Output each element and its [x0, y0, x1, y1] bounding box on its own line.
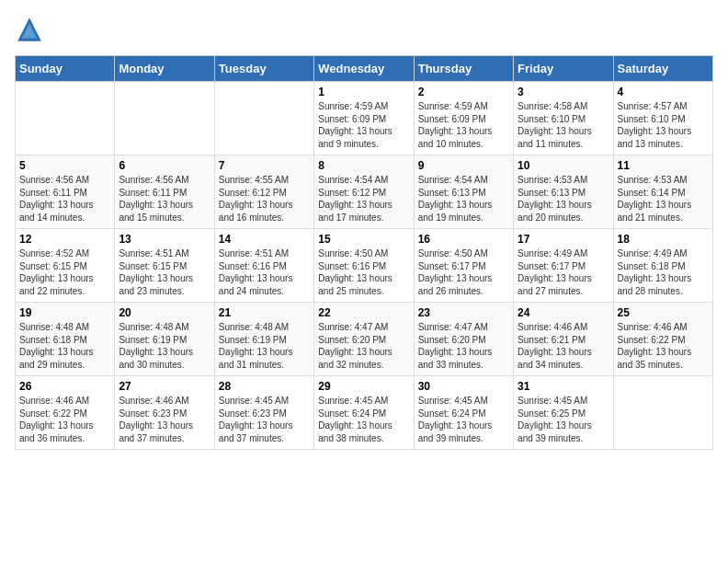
day-number: 26	[19, 380, 110, 393]
day-number: 4	[618, 86, 709, 98]
day-cell: 29Sunrise: 4:45 AM Sunset: 6:24 PM Dayli…	[314, 376, 414, 450]
day-number: 30	[418, 380, 509, 393]
day-info: Sunrise: 4:46 AM Sunset: 6:22 PM Dayligh…	[618, 321, 709, 371]
day-cell: 23Sunrise: 4:47 AM Sunset: 6:20 PM Dayli…	[414, 303, 513, 376]
col-header-saturday: Saturday	[613, 56, 712, 82]
day-number: 6	[119, 159, 210, 172]
day-number: 3	[518, 86, 609, 98]
day-cell: 1Sunrise: 4:59 AM Sunset: 6:09 PM Daylig…	[314, 82, 414, 155]
header	[15, 15, 713, 44]
day-info: Sunrise: 4:56 AM Sunset: 6:11 PM Dayligh…	[19, 174, 110, 224]
day-cell: 24Sunrise: 4:46 AM Sunset: 6:21 PM Dayli…	[514, 303, 613, 376]
day-number: 18	[618, 233, 709, 246]
day-number: 29	[318, 380, 409, 393]
day-cell: 8Sunrise: 4:54 AM Sunset: 6:12 PM Daylig…	[314, 155, 414, 229]
day-cell: 12Sunrise: 4:52 AM Sunset: 6:15 PM Dayli…	[16, 229, 115, 303]
day-number: 21	[219, 306, 310, 319]
day-cell: 14Sunrise: 4:51 AM Sunset: 6:16 PM Dayli…	[214, 229, 313, 303]
col-header-sunday: Sunday	[16, 56, 115, 82]
day-info: Sunrise: 4:49 AM Sunset: 6:18 PM Dayligh…	[618, 247, 709, 297]
day-cell: 28Sunrise: 4:45 AM Sunset: 6:23 PM Dayli…	[214, 376, 313, 450]
week-row-3: 12Sunrise: 4:52 AM Sunset: 6:15 PM Dayli…	[16, 229, 713, 303]
day-cell: 15Sunrise: 4:50 AM Sunset: 6:16 PM Dayli…	[314, 229, 414, 303]
day-number: 5	[19, 159, 110, 172]
day-cell: 21Sunrise: 4:48 AM Sunset: 6:19 PM Dayli…	[214, 303, 313, 376]
day-info: Sunrise: 4:49 AM Sunset: 6:17 PM Dayligh…	[518, 247, 609, 297]
day-cell: 18Sunrise: 4:49 AM Sunset: 6:18 PM Dayli…	[613, 229, 712, 303]
day-cell	[115, 82, 214, 155]
day-number: 24	[518, 306, 609, 319]
day-cell: 30Sunrise: 4:45 AM Sunset: 6:24 PM Dayli…	[414, 376, 513, 450]
day-cell: 22Sunrise: 4:47 AM Sunset: 6:20 PM Dayli…	[314, 303, 414, 376]
week-row-1: 1Sunrise: 4:59 AM Sunset: 6:09 PM Daylig…	[16, 82, 713, 155]
day-cell	[214, 82, 313, 155]
day-info: Sunrise: 4:55 AM Sunset: 6:12 PM Dayligh…	[219, 174, 310, 224]
day-info: Sunrise: 4:45 AM Sunset: 6:23 PM Dayligh…	[219, 395, 310, 444]
day-info: Sunrise: 4:48 AM Sunset: 6:19 PM Dayligh…	[219, 321, 310, 371]
day-info: Sunrise: 4:51 AM Sunset: 6:15 PM Dayligh…	[119, 247, 210, 297]
day-info: Sunrise: 4:47 AM Sunset: 6:20 PM Dayligh…	[418, 321, 509, 371]
day-number: 12	[19, 233, 110, 246]
day-cell: 17Sunrise: 4:49 AM Sunset: 6:17 PM Dayli…	[514, 229, 613, 303]
logo-icon	[15, 15, 44, 44]
day-info: Sunrise: 4:48 AM Sunset: 6:19 PM Dayligh…	[119, 321, 210, 371]
day-number: 2	[418, 86, 509, 98]
day-info: Sunrise: 4:58 AM Sunset: 6:10 PM Dayligh…	[518, 100, 609, 150]
day-number: 20	[119, 306, 210, 319]
day-cell: 27Sunrise: 4:46 AM Sunset: 6:23 PM Dayli…	[115, 376, 214, 450]
day-number: 19	[19, 306, 110, 319]
day-info: Sunrise: 4:46 AM Sunset: 6:22 PM Dayligh…	[19, 395, 110, 444]
day-info: Sunrise: 4:47 AM Sunset: 6:20 PM Dayligh…	[318, 321, 409, 371]
day-info: Sunrise: 4:53 AM Sunset: 6:14 PM Dayligh…	[618, 174, 709, 224]
day-info: Sunrise: 4:51 AM Sunset: 6:16 PM Dayligh…	[219, 247, 310, 297]
day-number: 14	[219, 233, 310, 246]
day-info: Sunrise: 4:54 AM Sunset: 6:12 PM Dayligh…	[318, 174, 409, 224]
day-number: 9	[418, 159, 509, 172]
day-number: 25	[618, 306, 709, 319]
logo	[15, 15, 48, 44]
day-info: Sunrise: 4:54 AM Sunset: 6:13 PM Dayligh…	[418, 174, 509, 224]
day-cell: 3Sunrise: 4:58 AM Sunset: 6:10 PM Daylig…	[514, 82, 613, 155]
day-info: Sunrise: 4:46 AM Sunset: 6:23 PM Dayligh…	[119, 395, 210, 444]
day-cell	[613, 376, 712, 450]
day-cell: 6Sunrise: 4:56 AM Sunset: 6:11 PM Daylig…	[115, 155, 214, 229]
day-cell: 10Sunrise: 4:53 AM Sunset: 6:13 PM Dayli…	[514, 155, 613, 229]
day-number: 8	[318, 159, 409, 172]
day-cell: 11Sunrise: 4:53 AM Sunset: 6:14 PM Dayli…	[613, 155, 712, 229]
day-number: 7	[219, 159, 310, 172]
day-number: 31	[518, 380, 609, 393]
day-number: 10	[518, 159, 609, 172]
day-cell: 5Sunrise: 4:56 AM Sunset: 6:11 PM Daylig…	[16, 155, 115, 229]
calendar: SundayMondayTuesdayWednesdayThursdayFrid…	[15, 55, 713, 450]
day-number: 28	[219, 380, 310, 393]
day-cell: 7Sunrise: 4:55 AM Sunset: 6:12 PM Daylig…	[214, 155, 313, 229]
day-info: Sunrise: 4:45 AM Sunset: 6:24 PM Dayligh…	[418, 395, 509, 444]
col-header-wednesday: Wednesday	[314, 56, 414, 82]
week-row-5: 26Sunrise: 4:46 AM Sunset: 6:22 PM Dayli…	[16, 376, 713, 450]
day-info: Sunrise: 4:59 AM Sunset: 6:09 PM Dayligh…	[318, 100, 409, 150]
day-cell: 13Sunrise: 4:51 AM Sunset: 6:15 PM Dayli…	[115, 229, 214, 303]
day-cell	[16, 82, 115, 155]
day-number: 1	[318, 86, 409, 98]
day-cell: 31Sunrise: 4:45 AM Sunset: 6:25 PM Dayli…	[514, 376, 613, 450]
day-number: 17	[518, 233, 609, 246]
day-number: 11	[618, 159, 709, 172]
day-info: Sunrise: 4:52 AM Sunset: 6:15 PM Dayligh…	[19, 247, 110, 297]
day-info: Sunrise: 4:56 AM Sunset: 6:11 PM Dayligh…	[119, 174, 210, 224]
col-header-monday: Monday	[115, 56, 214, 82]
day-cell: 9Sunrise: 4:54 AM Sunset: 6:13 PM Daylig…	[414, 155, 513, 229]
page: SundayMondayTuesdayWednesdayThursdayFrid…	[0, 0, 728, 563]
day-info: Sunrise: 4:53 AM Sunset: 6:13 PM Dayligh…	[518, 174, 609, 224]
day-cell: 19Sunrise: 4:48 AM Sunset: 6:18 PM Dayli…	[16, 303, 115, 376]
day-info: Sunrise: 4:45 AM Sunset: 6:24 PM Dayligh…	[318, 395, 409, 444]
day-info: Sunrise: 4:45 AM Sunset: 6:25 PM Dayligh…	[518, 395, 609, 444]
day-info: Sunrise: 4:48 AM Sunset: 6:18 PM Dayligh…	[19, 321, 110, 371]
day-number: 22	[318, 306, 409, 319]
calendar-header-row: SundayMondayTuesdayWednesdayThursdayFrid…	[16, 56, 713, 82]
day-cell: 16Sunrise: 4:50 AM Sunset: 6:17 PM Dayli…	[414, 229, 513, 303]
day-cell: 4Sunrise: 4:57 AM Sunset: 6:10 PM Daylig…	[613, 82, 712, 155]
col-header-friday: Friday	[514, 56, 613, 82]
day-info: Sunrise: 4:50 AM Sunset: 6:16 PM Dayligh…	[318, 247, 409, 297]
day-cell: 2Sunrise: 4:59 AM Sunset: 6:09 PM Daylig…	[414, 82, 513, 155]
day-number: 23	[418, 306, 509, 319]
